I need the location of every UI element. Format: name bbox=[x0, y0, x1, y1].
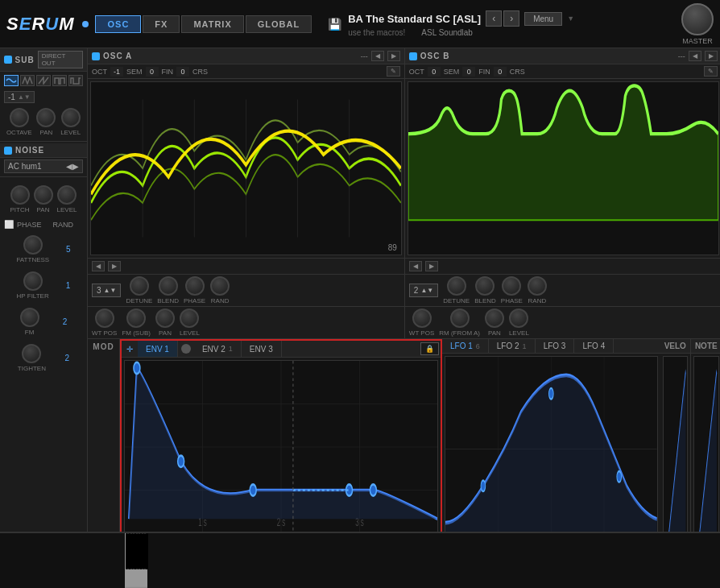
osc-a-oct[interactable]: -1 bbox=[110, 67, 123, 77]
osc-b-fin[interactable]: 0 bbox=[494, 67, 507, 77]
phase-icon: ⬜ bbox=[4, 220, 14, 229]
wave-square[interactable] bbox=[52, 75, 67, 86]
level-knob[interactable] bbox=[57, 185, 77, 205]
osc-b-wt-next[interactable]: ▶ bbox=[425, 261, 438, 271]
logo-text: S bbox=[6, 14, 19, 34]
osc-a-phase-knob[interactable] bbox=[185, 276, 205, 296]
osc-b-sem[interactable]: 0 bbox=[462, 67, 475, 77]
prev-preset-button[interactable]: ‹ bbox=[486, 10, 502, 27]
osc-b-unison[interactable]: 2 ▲▼ bbox=[409, 284, 438, 297]
keyboard bbox=[0, 532, 720, 588]
osc-a-blend-cell: BLEND bbox=[157, 276, 179, 304]
wave-saw[interactable] bbox=[36, 75, 51, 86]
env-tab-3[interactable]: ENV 3 bbox=[242, 341, 282, 357]
osc-b-detune-knob[interactable] bbox=[447, 276, 466, 296]
osc-a-next[interactable]: ▶ bbox=[387, 51, 400, 61]
top-bar: SERUM OSC FX MATRIX GLOBAL 💾 BA The Stan… bbox=[0, 0, 720, 48]
fm-cell: FM bbox=[20, 308, 39, 336]
osc-b-blend-knob[interactable] bbox=[475, 276, 494, 296]
noise-led[interactable] bbox=[4, 147, 12, 155]
osc-b-next[interactable]: ▶ bbox=[705, 51, 718, 61]
black-key-3-5[interactable] bbox=[147, 533, 148, 569]
env-tab-2[interactable]: ENV 2 1 bbox=[194, 341, 242, 357]
next-preset-button[interactable]: › bbox=[503, 10, 519, 27]
osc-a-detune-label: DETUNE bbox=[126, 297, 152, 304]
sub-led[interactable] bbox=[4, 56, 12, 64]
osc-a-wt-prev[interactable]: ◀ bbox=[92, 261, 105, 271]
osc-b-oct[interactable]: 0 bbox=[428, 67, 441, 77]
lfo-tab-3[interactable]: LFO 3 bbox=[536, 339, 575, 353]
octave-stepper[interactable]: -1 ▲▼ bbox=[4, 91, 35, 103]
lfo-tabs: LFO 1 6 LFO 2 1 LFO 3 LFO 4 bbox=[442, 339, 660, 354]
tighten-val: 2 bbox=[65, 344, 70, 372]
nav-tabs: OSC FX MATRIX GLOBAL bbox=[95, 15, 312, 33]
wave-pulse[interactable] bbox=[68, 75, 83, 86]
osc-a-fm-knob[interactable] bbox=[126, 308, 146, 328]
tab-global[interactable]: GLOBAL bbox=[246, 15, 312, 33]
noise-select[interactable]: AC hum1 ◀▶ bbox=[4, 159, 83, 173]
tab-osc[interactable]: OSC bbox=[95, 15, 141, 33]
osc-a-rand-knob[interactable] bbox=[210, 276, 230, 296]
tighten-knob[interactable] bbox=[22, 344, 41, 363]
lfo-tab-2[interactable]: LFO 2 1 bbox=[489, 339, 536, 353]
wave-triangle[interactable] bbox=[20, 75, 35, 86]
tab-matrix[interactable]: MATRIX bbox=[181, 15, 243, 33]
env-circle bbox=[181, 344, 191, 354]
sub-pan-knob[interactable] bbox=[36, 108, 56, 127]
level-cell: LEVEL bbox=[57, 185, 77, 213]
osc-a-blend-knob[interactable] bbox=[159, 276, 178, 296]
lfo-tab-1[interactable]: LFO 1 6 bbox=[442, 339, 489, 353]
osc-a-fin[interactable]: 0 bbox=[176, 67, 189, 77]
osc-row: OSC A --- ◀ ▶ OCT -1 SEM 0 FIN 0 CRS ✎ bbox=[88, 48, 720, 338]
osc-b-rm-knob[interactable] bbox=[450, 308, 470, 328]
pan-cell: PAN bbox=[34, 185, 53, 213]
direct-out-button[interactable]: DIRECT OUT bbox=[38, 51, 83, 68]
osc-a-wt-next[interactable]: ▶ bbox=[108, 261, 121, 271]
tab-fx[interactable]: FX bbox=[143, 15, 180, 33]
osc-a-detune-knob[interactable] bbox=[130, 276, 149, 296]
osc-b-phase-knob[interactable] bbox=[502, 276, 521, 296]
osc-a-wtpos-knob[interactable] bbox=[95, 308, 114, 328]
left-knobs-area: PITCH PAN LEVEL ⬜ PHASE RAND bbox=[0, 179, 87, 557]
preset-area: 💾 BA The Standard SC [ASL] ‹ › Menu ▼ us… bbox=[320, 10, 673, 37]
lfo-tab-4[interactable]: LFO 4 bbox=[574, 339, 614, 353]
tighten-row: TIGHTEN 2 bbox=[4, 341, 83, 375]
octave-knob[interactable] bbox=[10, 108, 29, 127]
osc-b-wtpos-knob[interactable] bbox=[412, 308, 432, 328]
master-label: MASTER bbox=[682, 37, 713, 45]
master-knob-area: MASTER bbox=[681, 3, 714, 45]
menu-button[interactable]: Menu bbox=[524, 12, 562, 26]
app-logo: SERUM bbox=[6, 14, 74, 35]
sub-level-knob[interactable] bbox=[61, 108, 81, 127]
osc-b-prev[interactable]: ◀ bbox=[689, 51, 701, 61]
osc-b-level-knob[interactable] bbox=[509, 308, 528, 328]
osc-a-phase-cell: PHASE bbox=[184, 276, 205, 304]
hpfilter-label: HP FILTER bbox=[17, 292, 49, 300]
hpfilter-knob[interactable] bbox=[23, 271, 43, 291]
osc-b-pan-knob[interactable] bbox=[485, 308, 504, 328]
env-tab-1[interactable]: ENV 1 bbox=[138, 341, 178, 357]
osc-a-pan-knob[interactable] bbox=[155, 308, 175, 328]
osc-a-led[interactable] bbox=[92, 52, 100, 60]
wave-sine[interactable] bbox=[4, 75, 19, 86]
osc-b-edit[interactable]: ✎ bbox=[704, 66, 718, 77]
pan-knob[interactable] bbox=[34, 185, 53, 205]
svg-point-16 bbox=[250, 484, 256, 495]
left-panel: SUB DIRECT OUT -1 ▲▼ bbox=[0, 48, 88, 588]
osc-a-prev[interactable]: ◀ bbox=[371, 51, 384, 61]
fattness-knob[interactable] bbox=[23, 235, 43, 255]
pitch-label: PITCH bbox=[10, 206, 30, 213]
pitch-knob[interactable] bbox=[10, 185, 30, 205]
osc-b-pan-cell: PAN bbox=[485, 308, 504, 337]
env-tabs: ✛ ENV 1 ENV 2 1 ENV 3 🔒 bbox=[122, 341, 441, 358]
osc-b-rand-knob[interactable] bbox=[528, 276, 547, 296]
osc-a-level-knob[interactable] bbox=[180, 308, 199, 328]
osc-a-unison[interactable]: 3 ▲▼ bbox=[92, 284, 121, 297]
env-lock[interactable]: 🔒 bbox=[420, 342, 439, 355]
osc-a-edit[interactable]: ✎ bbox=[387, 66, 400, 77]
fm-knob[interactable] bbox=[20, 308, 39, 327]
master-knob[interactable] bbox=[681, 3, 714, 35]
osc-b-wt-prev[interactable]: ◀ bbox=[409, 261, 422, 271]
osc-a-sem[interactable]: 0 bbox=[146, 67, 159, 77]
osc-b-led[interactable] bbox=[409, 52, 417, 60]
